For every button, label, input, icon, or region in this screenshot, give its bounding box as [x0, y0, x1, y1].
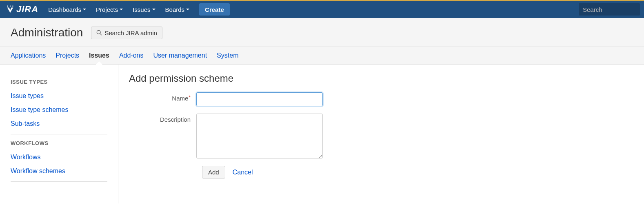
top-nav: JIRA Dashboards Projects Issues Boards C…: [0, 0, 644, 18]
tab-system[interactable]: System: [217, 47, 238, 64]
sidebar-group-workflows: WORKFLOWS Workflows Workflow schemes: [11, 134, 107, 182]
chevron-down-icon: [152, 9, 155, 10]
sidebar-link-workflows[interactable]: Workflows: [11, 150, 107, 164]
form-row-name: Name*: [129, 92, 633, 106]
description-label: Description: [129, 114, 196, 158]
name-label: Name*: [129, 92, 196, 106]
required-indicator: *: [189, 95, 191, 100]
tab-user-management[interactable]: User management: [153, 47, 207, 64]
search-admin-button[interactable]: Search JIRA admin: [91, 27, 162, 39]
nav-projects[interactable]: Projects: [91, 0, 128, 18]
page-title: Administration: [11, 26, 83, 39]
page-heading: Add permission scheme: [129, 73, 633, 84]
svg-line-4: [100, 33, 102, 35]
svg-point-0: [7, 5, 8, 7]
admin-tabs: Applications Projects Issues Add-ons Use…: [0, 47, 644, 65]
content: ISSUE TYPES Issue types Issue type schem…: [0, 65, 644, 203]
logo-text: JIRA: [16, 4, 38, 15]
search-icon: [96, 30, 102, 36]
form-row-description: Description: [129, 114, 633, 158]
chevron-down-icon: [83, 9, 86, 10]
add-button[interactable]: Add: [202, 166, 225, 179]
form-actions: Add Cancel: [202, 166, 633, 179]
sidebar-link-workflow-schemes[interactable]: Workflow schemes: [11, 164, 107, 178]
description-textarea[interactable]: [196, 114, 323, 158]
name-input[interactable]: [196, 92, 323, 106]
nav-boards[interactable]: Boards: [160, 0, 195, 18]
tab-applications[interactable]: Applications: [11, 47, 46, 64]
search-admin-label: Search JIRA admin: [104, 29, 157, 36]
svg-point-2: [12, 5, 13, 7]
main-content: Add permission scheme Name* Description …: [118, 65, 644, 203]
svg-point-3: [97, 30, 101, 34]
sidebar-link-issue-type-schemes[interactable]: Issue type schemes: [11, 103, 107, 117]
sidebar-link-sub-tasks[interactable]: Sub-tasks: [11, 117, 107, 131]
nav-item-label: Issues: [133, 6, 150, 13]
nav-dashboards[interactable]: Dashboards: [43, 0, 91, 18]
jira-logo-icon: [6, 5, 15, 14]
nav-items: Dashboards Projects Issues Boards Create: [43, 0, 230, 18]
jira-logo[interactable]: JIRA: [4, 4, 43, 15]
name-label-text: Name: [172, 95, 188, 102]
sidebar-link-issue-types[interactable]: Issue types: [11, 89, 107, 103]
sidebar-header: WORKFLOWS: [11, 140, 107, 146]
admin-header: Administration Search JIRA admin: [0, 18, 644, 47]
sidebar: ISSUE TYPES Issue types Issue type schem…: [0, 65, 118, 203]
admin-title-row: Administration Search JIRA admin: [11, 26, 633, 47]
sidebar-header: ISSUE TYPES: [11, 79, 107, 85]
nav-issues[interactable]: Issues: [128, 0, 160, 18]
global-search-input[interactable]: [579, 3, 640, 16]
sidebar-group-issue-types: ISSUE TYPES Issue types Issue type schem…: [11, 73, 107, 134]
nav-item-label: Projects: [96, 6, 118, 13]
nav-item-label: Dashboards: [48, 6, 81, 13]
nav-item-label: Boards: [165, 6, 185, 13]
chevron-down-icon: [120, 9, 123, 10]
chevron-down-icon: [186, 9, 189, 10]
tab-projects[interactable]: Projects: [56, 47, 79, 64]
svg-point-1: [10, 5, 11, 7]
tab-issues[interactable]: Issues: [89, 47, 109, 64]
create-button[interactable]: Create: [199, 3, 230, 16]
cancel-link[interactable]: Cancel: [233, 169, 253, 176]
tab-addons[interactable]: Add-ons: [119, 47, 144, 64]
